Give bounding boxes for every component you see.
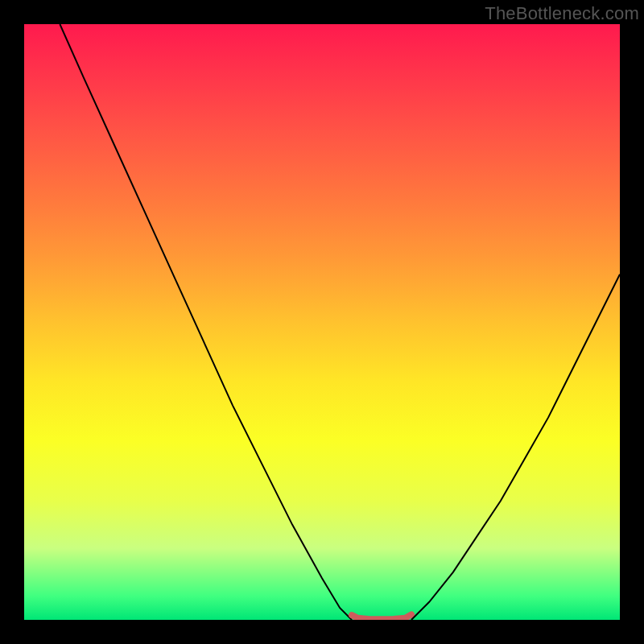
left-curve-path <box>60 24 352 620</box>
watermark-text: TheBottleneck.com <box>485 3 639 24</box>
bottleneck-chart: TheBottleneck.com <box>0 0 644 644</box>
right-curve-path <box>411 275 620 620</box>
chart-svg <box>24 24 620 620</box>
plot-gradient-area <box>24 24 620 620</box>
optimal-band-path <box>352 614 411 619</box>
